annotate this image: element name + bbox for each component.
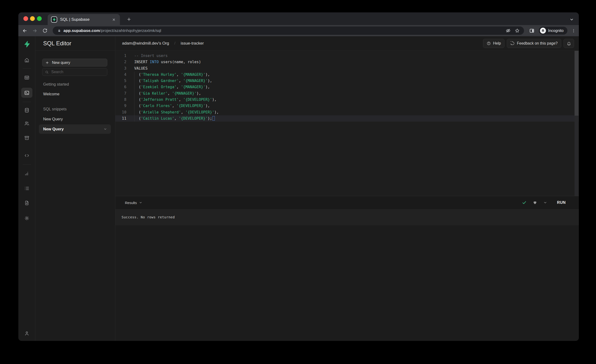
line-code: ('Arielle Shepherd', '{DEVELOPER}'),	[134, 109, 219, 115]
search-icon	[45, 70, 49, 74]
sidebar-item-table-editor[interactable]	[21, 73, 32, 82]
supabase-logo-icon[interactable]	[18, 39, 35, 49]
line-number: 3	[115, 65, 126, 72]
line-number: 6	[115, 84, 126, 90]
sidebar-item-reports[interactable]	[21, 168, 32, 178]
code-line-11[interactable]: 11 ('Caitlin Lucas', '{DEVELOPER}');	[115, 115, 579, 122]
sidebar-item-docs[interactable]	[21, 198, 32, 208]
run-options-chevron-icon[interactable]	[543, 201, 547, 205]
browser-menu-icon[interactable]	[570, 27, 577, 34]
feedback-button-label: Feedback on this page?	[517, 41, 558, 45]
nav-item[interactable]: Welcome	[43, 92, 59, 96]
plus-icon	[45, 61, 49, 65]
back-icon[interactable]	[21, 27, 29, 35]
new-query-button[interactable]: New query	[42, 59, 107, 67]
code-line-3[interactable]: 3VALUES	[115, 65, 579, 72]
favorite-heart-icon[interactable]	[533, 201, 537, 205]
settings-icon	[24, 215, 30, 221]
results-output: Success. No rows returned	[115, 209, 579, 225]
tab-close-icon[interactable]	[111, 17, 117, 22]
line-code: ('Theresa Hurley', '{MANAGER}'),	[134, 72, 210, 78]
code-line-8[interactable]: 8 ('Jefferson Pratt', '{DEVELOPER}'),	[115, 97, 579, 103]
desktop-background: SQL | Supabase	[0, 0, 596, 364]
browser-tab-strip: SQL | Supabase	[18, 12, 579, 25]
supabase-app: SQL Editor New query Search Getting star…	[18, 36, 579, 341]
line-number: 9	[115, 103, 126, 109]
bell-icon	[567, 41, 571, 46]
nav-item-selected[interactable]: New Query	[39, 124, 111, 134]
lock-icon	[58, 29, 61, 32]
eye-off-icon[interactable]	[505, 27, 512, 34]
url-bar[interactable]: app.supabase.com/project/azahtnhqohyjerz…	[53, 26, 524, 35]
logs-icon	[24, 186, 30, 191]
help-button[interactable]: Help	[483, 39, 505, 48]
code-line-1[interactable]: 1-- Insert users	[115, 53, 579, 59]
chat-bubble-icon	[510, 41, 515, 45]
tab-title: SQL | Supabase	[60, 17, 111, 22]
bookmark-star-icon[interactable]	[514, 27, 521, 34]
sidebar-item-database[interactable]	[21, 105, 32, 115]
window-close-button[interactable]	[23, 16, 28, 21]
help-circle-icon	[487, 41, 491, 45]
storage-icon	[24, 135, 30, 141]
code-line-10[interactable]: 10 ('Arielle Shepherd', '{DEVELOPER}'),	[115, 109, 579, 115]
code-line-6[interactable]: 6 ('Ezekiel Ortega', '{MANAGER}'),	[115, 84, 579, 90]
line-number: 7	[115, 90, 126, 97]
search-placeholder: Search	[51, 70, 63, 74]
sql-editor-icon	[24, 90, 30, 96]
sidebar-item-logs[interactable]	[21, 183, 32, 193]
code-line-9[interactable]: 9 ('Carlo Flores', '{DEVELOPER}'),	[115, 103, 579, 109]
help-button-label: Help	[493, 41, 501, 45]
side-panel-icon[interactable]	[528, 27, 536, 34]
sidebar-item-storage[interactable]	[21, 133, 32, 143]
browser-tab[interactable]: SQL | Supabase	[48, 14, 120, 25]
breadcrumb-project[interactable]: issue-tracker	[181, 41, 204, 46]
sidebar-item-home[interactable]	[21, 55, 32, 65]
window-minimize-button[interactable]	[30, 16, 35, 21]
success-message: Success. No rows returned	[122, 215, 175, 219]
browser-window: SQL | Supabase	[18, 12, 579, 341]
results-bar: Results	[115, 196, 579, 209]
code-line-5[interactable]: 5 ('Taliyah Gardner', '{MANAGER}'),	[115, 78, 579, 84]
sidebar-item-sql-editor[interactable]	[21, 88, 32, 98]
editor-scrollbar-thumb[interactable]	[574, 51, 579, 116]
code-line-4[interactable]: 4 ('Theresa Hurley', '{MANAGER}'),	[115, 72, 579, 78]
forward-icon[interactable]	[31, 27, 39, 35]
reload-icon[interactable]	[41, 27, 49, 35]
authentication-icon	[24, 121, 30, 126]
browser-toolbar: app.supabase.com/project/azahtnhqohyjerz…	[18, 25, 579, 36]
rail-divider	[23, 68, 31, 69]
sql-code-editor[interactable]: 1-- Insert users2INSERT INTO users(name,…	[115, 51, 579, 196]
breadcrumb-org[interactable]: adam@windmill.dev's Org	[122, 41, 169, 46]
incognito-avatar-icon	[540, 28, 546, 34]
line-number: 10	[115, 109, 126, 115]
database-icon	[24, 108, 30, 113]
sidebar-rail	[18, 36, 35, 341]
line-code: -- Insert users	[134, 53, 168, 59]
tab-search-chevron-icon[interactable]	[569, 17, 574, 22]
code-line-2[interactable]: 2INSERT INTO users(name, roles)	[115, 59, 579, 65]
notifications-button[interactable]	[564, 39, 574, 48]
search-input[interactable]: Search	[42, 68, 107, 76]
new-tab-button[interactable]	[126, 16, 132, 23]
line-number: 11	[115, 115, 126, 122]
feedback-button[interactable]: Feedback on this page?	[507, 39, 561, 48]
nav-section-header: SQL snippets	[43, 107, 67, 111]
window-zoom-button[interactable]	[37, 16, 42, 21]
sidebar-item-settings[interactable]	[21, 213, 32, 223]
nav-item[interactable]: New Query	[43, 117, 63, 121]
url-host: app.supabase.com	[63, 28, 100, 33]
rail-divider	[23, 164, 31, 164]
sidebar-item-authentication[interactable]	[21, 118, 32, 128]
results-dropdown[interactable]: Results	[125, 201, 142, 205]
line-code: VALUES	[134, 65, 148, 72]
code-line-7[interactable]: 7 ('Gia Keller', '{MANAGER}'),	[115, 90, 579, 97]
chevron-down-icon[interactable]	[104, 127, 107, 131]
nav-item-label: New Query	[43, 127, 64, 131]
sidebar-item-edge-functions[interactable]	[21, 150, 32, 160]
page-title: SQL Editor	[43, 40, 72, 47]
sidebar-item-account[interactable]	[21, 328, 32, 338]
line-code: ('Carlo Flores', '{DEVELOPER}'),	[134, 103, 210, 109]
incognito-badge[interactable]: Incognito	[539, 27, 567, 35]
run-button[interactable]: RUN	[557, 201, 566, 205]
